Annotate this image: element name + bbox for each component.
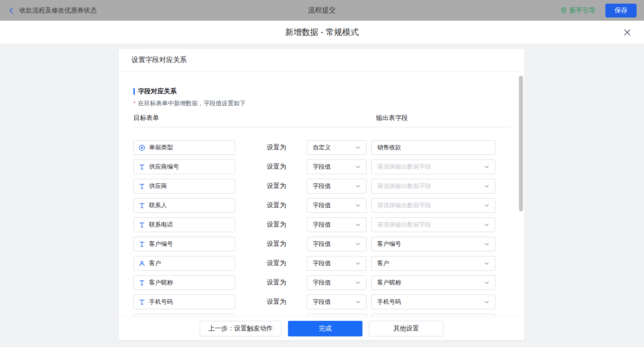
mode-select[interactable]: 字段值 (307, 217, 367, 232)
other-settings-button[interactable]: 其他设置 (369, 321, 443, 336)
column-header-target: 目标表单 (133, 114, 159, 121)
chevron-down-icon (355, 261, 361, 266)
text-icon (138, 279, 145, 286)
modal-title: 新增数据 - 常规模式 (0, 21, 644, 44)
field-mapping-row: 设置为 (133, 314, 510, 317)
set-as-label: 设置为 (267, 279, 287, 287)
panel-body: 字段对应关系 *在目标表单中新增数据，字段值设置如下 目标表单 输出表字段 单据… (119, 72, 524, 317)
close-icon[interactable] (622, 27, 632, 37)
text-icon (138, 164, 145, 171)
output-field-select[interactable]: 请选择输出数据字段 (371, 159, 495, 174)
set-as-label: 设置为 (267, 163, 287, 171)
target-field-label: 联系人 (149, 201, 167, 210)
output-field-select[interactable]: 请选择输出数据字段 (371, 179, 495, 193)
chevron-down-icon (355, 203, 361, 208)
target-field[interactable]: 供应商编号 (133, 159, 235, 174)
mode-select[interactable] (307, 314, 367, 317)
app-header: 收款流程及修改优惠券状态 流程提交 新手引导 保存 (0, 0, 644, 21)
output-field-value: 客户编号 (377, 240, 401, 248)
page-title: 流程提交 (308, 6, 336, 15)
target-field[interactable]: 供应商 (133, 179, 235, 193)
mode-select-value: 字段值 (313, 240, 331, 248)
output-field-select[interactable]: 请选择输出数据字段 (371, 217, 495, 232)
mode-select[interactable]: 字段值 (307, 256, 367, 271)
mode-select-value: 字段值 (313, 298, 331, 306)
radio-icon (138, 144, 145, 151)
mode-select[interactable]: 字段值 (307, 295, 367, 309)
target-field[interactable] (133, 314, 235, 317)
target-field[interactable]: 客户昵称 (133, 275, 235, 290)
output-field-value: 请选择输出数据字段 (377, 221, 431, 229)
field-mapping-row: 联系人设置为字段值请选择输出数据字段 (133, 198, 510, 213)
mode-select-value: 字段值 (313, 221, 331, 229)
save-button[interactable]: 保存 (605, 4, 637, 17)
header-actions: 新手引导 保存 (560, 4, 637, 17)
output-field-value: 客户昵称 (377, 279, 401, 287)
chevron-down-icon (355, 164, 361, 170)
text-icon (138, 222, 145, 228)
mode-select-value: 字段值 (313, 163, 331, 171)
text-icon (138, 202, 145, 209)
done-button[interactable]: 完成 (288, 321, 362, 336)
target-field-label: 单据类型 (149, 143, 173, 152)
set-as-label: 设置为 (267, 240, 287, 248)
mode-select[interactable]: 字段值 (307, 198, 367, 213)
chevron-down-icon (484, 222, 489, 228)
mode-select-value: 字段值 (313, 259, 331, 267)
output-field-select[interactable] (371, 314, 495, 317)
set-as-label: 设置为 (267, 201, 287, 210)
mode-select-value: 字段值 (313, 279, 331, 287)
output-field-select[interactable]: 手机号码 (371, 295, 495, 309)
target-field-label: 联系电话 (149, 221, 173, 229)
set-as-label: 设置为 (267, 182, 287, 190)
target-field-label: 客户编号 (149, 240, 173, 248)
mode-select-value: 自定义 (313, 143, 331, 152)
beginner-guide-label: 新手引导 (569, 6, 595, 15)
prev-step-button[interactable]: 上一步：设置触发动作 (200, 321, 282, 336)
back-button[interactable]: 收款流程及修改优惠券状态 (7, 6, 97, 15)
column-headers: 目标表单 输出表字段 (133, 114, 511, 127)
output-field-select[interactable]: 客户编号 (371, 237, 495, 251)
output-field-select[interactable]: 客户 (371, 256, 495, 271)
output-field-select[interactable]: 请选择输出数据字段 (371, 198, 495, 213)
target-field[interactable]: 客户编号 (133, 237, 235, 251)
target-field[interactable]: 客户 (133, 256, 235, 271)
target-field[interactable]: 联系人 (133, 198, 235, 213)
guide-pin-icon (560, 7, 567, 14)
mode-select[interactable]: 自定义 (307, 140, 367, 155)
beginner-guide-button[interactable]: 新手引导 (560, 6, 595, 15)
chevron-down-icon (355, 183, 361, 189)
output-field-value: 销售收款 (377, 143, 401, 152)
set-as-label: 设置为 (267, 298, 287, 306)
field-mapping-row: 手机号码设置为字段值手机号码 (133, 295, 510, 309)
set-as-label: 设置为 (267, 221, 287, 229)
target-field[interactable]: 手机号码 (133, 295, 235, 309)
target-field[interactable]: 联系电话 (133, 217, 235, 232)
target-field-label: 供应商编号 (149, 163, 179, 171)
section-note: *在目标表单中新增数据，字段值设置如下 (133, 99, 510, 108)
chevron-down-icon (484, 183, 489, 189)
field-mapping-row: 客户编号设置为字段值客户编号 (133, 237, 510, 251)
field-mapping-row: 客户设置为字段值客户 (133, 256, 510, 271)
field-mapping-row: 供应商编号设置为字段值请选择输出数据字段 (133, 159, 510, 174)
target-field[interactable]: 单据类型 (133, 140, 235, 155)
chevron-down-icon (484, 299, 489, 305)
vertical-scrollbar-thumb[interactable] (519, 76, 523, 211)
chevron-down-icon (355, 299, 361, 305)
section-accent-bar (133, 88, 135, 95)
output-field-select[interactable]: 客户昵称 (371, 275, 495, 290)
chevron-down-icon (484, 241, 489, 247)
mode-select[interactable]: 字段值 (307, 237, 367, 251)
output-field-value: 请选择输出数据字段 (377, 201, 431, 210)
target-field-label: 手机号码 (149, 298, 173, 306)
mode-select[interactable]: 字段值 (307, 179, 367, 193)
output-field-input[interactable]: 销售收款 (371, 140, 495, 155)
set-as-label: 设置为 (267, 143, 287, 152)
field-mapping-row: 单据类型设置为自定义销售收款 (133, 140, 510, 155)
mode-select[interactable]: 字段值 (307, 275, 367, 290)
mode-select[interactable]: 字段值 (307, 159, 367, 174)
field-mapping-row: 联系电话设置为字段值请选择输出数据字段 (133, 217, 510, 232)
text-icon (138, 241, 145, 248)
chevron-down-icon (484, 164, 489, 170)
target-field-label: 供应商 (149, 182, 167, 190)
